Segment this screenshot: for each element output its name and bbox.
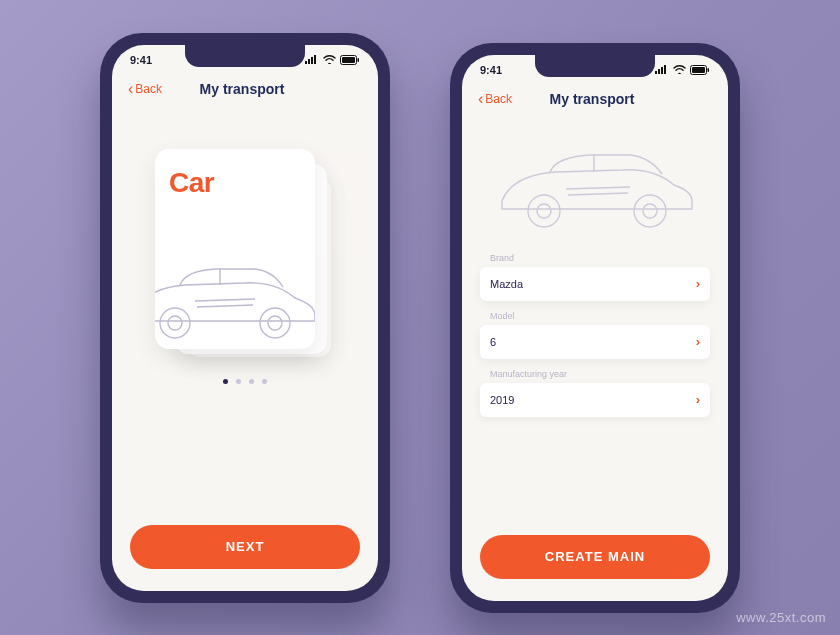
content-right: Brand Mazda › Model 6 › Manufacturing ye… bbox=[462, 119, 728, 601]
watermark: www.25xt.com bbox=[736, 610, 826, 625]
nav-bar: ‹ Back My transport bbox=[112, 75, 378, 109]
svg-rect-17 bbox=[708, 68, 710, 72]
model-field[interactable]: 6 › bbox=[480, 325, 710, 359]
phone-right: 9:41 ‹ Back My tr bbox=[450, 43, 740, 613]
page-title: My transport bbox=[472, 91, 712, 107]
svg-point-9 bbox=[260, 308, 290, 338]
svg-rect-13 bbox=[661, 67, 663, 74]
svg-rect-11 bbox=[655, 71, 657, 74]
year-field[interactable]: 2019 › bbox=[480, 383, 710, 417]
svg-point-18 bbox=[528, 195, 560, 227]
transport-form: Brand Mazda › Model 6 › Manufacturing ye… bbox=[480, 247, 710, 417]
card-front[interactable]: Car bbox=[155, 149, 315, 349]
battery-icon bbox=[340, 55, 360, 65]
chevron-right-icon: › bbox=[696, 392, 700, 407]
cellular-signal-icon bbox=[655, 65, 669, 74]
nav-bar: ‹ Back My transport bbox=[462, 85, 728, 119]
brand-label: Brand bbox=[480, 253, 710, 263]
chevron-right-icon: › bbox=[696, 276, 700, 291]
create-main-label: CREATE MAIN bbox=[545, 549, 645, 564]
page-dots[interactable] bbox=[223, 379, 267, 384]
svg-rect-16 bbox=[692, 67, 705, 73]
status-indicators bbox=[305, 55, 360, 65]
car-illustration-icon bbox=[155, 243, 315, 343]
phone-left: 9:41 ‹ Back My tr bbox=[100, 33, 390, 603]
svg-rect-5 bbox=[342, 57, 355, 63]
car-hero-icon bbox=[490, 129, 700, 229]
svg-point-19 bbox=[537, 204, 551, 218]
wifi-icon bbox=[673, 65, 686, 74]
screen-left: 9:41 ‹ Back My tr bbox=[112, 45, 378, 591]
screen-right: 9:41 ‹ Back My tr bbox=[462, 55, 728, 601]
svg-rect-6 bbox=[358, 58, 360, 62]
year-label: Manufacturing year bbox=[480, 369, 710, 379]
svg-rect-3 bbox=[314, 55, 316, 64]
content-left: Car bbox=[112, 109, 378, 591]
brand-value: Mazda bbox=[490, 278, 523, 290]
svg-rect-12 bbox=[658, 69, 660, 74]
chevron-right-icon: › bbox=[696, 334, 700, 349]
battery-icon bbox=[690, 65, 710, 75]
svg-point-21 bbox=[643, 204, 657, 218]
page-title: My transport bbox=[122, 81, 362, 97]
svg-point-10 bbox=[268, 316, 282, 330]
notch bbox=[535, 55, 655, 77]
dot-2[interactable] bbox=[236, 379, 241, 384]
svg-rect-1 bbox=[308, 59, 310, 64]
brand-field[interactable]: Mazda › bbox=[480, 267, 710, 301]
svg-point-8 bbox=[168, 316, 182, 330]
dot-3[interactable] bbox=[249, 379, 254, 384]
transport-card-stack[interactable]: Car bbox=[155, 149, 335, 359]
status-indicators bbox=[655, 65, 710, 75]
model-label: Model bbox=[480, 311, 710, 321]
year-value: 2019 bbox=[490, 394, 514, 406]
wifi-icon bbox=[323, 55, 336, 64]
cellular-signal-icon bbox=[305, 55, 319, 64]
svg-rect-2 bbox=[311, 57, 313, 64]
svg-rect-0 bbox=[305, 61, 307, 64]
dot-1[interactable] bbox=[223, 379, 228, 384]
dot-4[interactable] bbox=[262, 379, 267, 384]
card-title: Car bbox=[169, 167, 301, 199]
status-time: 9:41 bbox=[480, 64, 502, 76]
mockup-stage: 9:41 ‹ Back My tr bbox=[0, 0, 840, 635]
svg-rect-14 bbox=[664, 65, 666, 74]
svg-point-7 bbox=[160, 308, 190, 338]
svg-point-20 bbox=[634, 195, 666, 227]
status-time: 9:41 bbox=[130, 54, 152, 66]
next-button-label: NEXT bbox=[226, 539, 265, 554]
notch bbox=[185, 45, 305, 67]
model-value: 6 bbox=[490, 336, 496, 348]
create-main-button[interactable]: CREATE MAIN bbox=[480, 535, 710, 579]
next-button[interactable]: NEXT bbox=[130, 525, 360, 569]
